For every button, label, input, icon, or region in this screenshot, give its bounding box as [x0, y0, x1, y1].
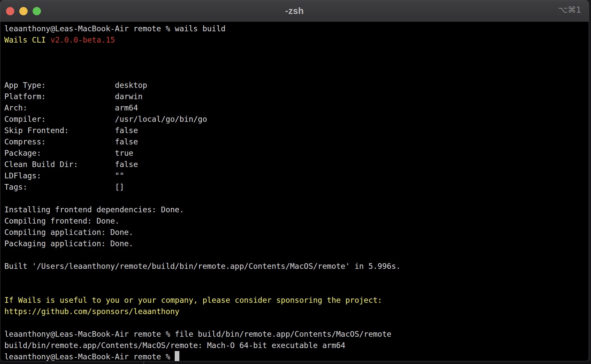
terminal-line: App Type:desktop	[4, 80, 589, 91]
config-label: LDFlags:	[4, 170, 115, 181]
config-value: false	[115, 137, 138, 146]
terminal-line: https://github.com/sponsors/leaanthony	[4, 306, 589, 317]
terminal-text-segment: leaanthony@Leas-MacBook-Air remote %	[4, 352, 175, 361]
terminal-line: Arch:arm64	[4, 102, 589, 113]
config-value: false	[115, 160, 138, 169]
terminal-line: Package:true	[4, 147, 589, 159]
terminal-text-segment: leaanthony@Leas-MacBook-Air remote % fil…	[4, 330, 391, 338]
config-label: Clean Build Dir:	[4, 159, 115, 170]
config-value: /usr/local/go/bin/go	[115, 115, 207, 123]
terminal-text-segment: leaanthony@Leas-MacBook-Air remote % wai…	[4, 24, 226, 33]
window-title: -zsh	[0, 6, 589, 16]
terminal-line	[4, 68, 589, 80]
terminal-text-segment: v2.0.0-beta.15	[50, 36, 115, 44]
terminal-window: -zsh ⌥⌘1 leaanthony@Leas-MacBook-Air rem…	[0, 0, 589, 361]
config-value: true	[115, 149, 133, 157]
config-value: darwin	[115, 92, 142, 101]
config-label: Compress:	[4, 136, 115, 147]
terminal-line: If Wails is useful to you or your compan…	[4, 294, 589, 306]
terminal-line: leaanthony@Leas-MacBook-Air remote % wai…	[4, 23, 589, 34]
terminal-line: LDFlags:""	[4, 170, 589, 181]
config-label: Package:	[4, 147, 115, 159]
config-label: Tags:	[4, 181, 115, 193]
terminal-line	[4, 57, 589, 68]
titlebar[interactable]: -zsh ⌥⌘1	[0, 0, 589, 22]
terminal-line: Built '/Users/leaanthony/remote/build/bi…	[4, 261, 589, 272]
terminal-line: Compiler:/usr/local/go/bin/go	[4, 113, 589, 125]
terminal-line: Compress:false	[4, 136, 589, 147]
config-label: App Type:	[4, 80, 115, 91]
terminal-line: leaanthony@Leas-MacBook-Air remote % fil…	[4, 328, 589, 340]
terminal-text-segment: Built '/Users/leaanthony/remote/build/bi…	[4, 262, 401, 271]
config-label: Platform:	[4, 91, 115, 102]
terminal-output[interactable]: leaanthony@Leas-MacBook-Air remote % wai…	[0, 22, 589, 361]
terminal-line: Compiling application: Done.	[4, 227, 589, 238]
terminal-text-segment: Installing frontend dependencies: Done.	[4, 205, 184, 214]
terminal-line	[4, 249, 589, 261]
terminal-line: Packaging application: Done.	[4, 238, 589, 249]
terminal-line	[4, 46, 589, 57]
config-label: Arch:	[4, 102, 115, 113]
desktop-background: { "window": { "title": "-zsh", "shortcut…	[0, 0, 591, 364]
terminal-line: build/bin/remote.app/Contents/MacOS/remo…	[4, 340, 589, 351]
terminal-text-segment: Wails CLI	[4, 36, 50, 44]
terminal-line: Installing frontend dependencies: Done.	[4, 204, 589, 215]
tab-shortcut-hint: ⌥⌘1	[558, 5, 581, 15]
terminal-text-segment: Packaging application: Done.	[4, 239, 133, 248]
config-value: ""	[115, 171, 124, 180]
terminal-line	[4, 272, 589, 283]
terminal-line	[4, 283, 589, 294]
background-window-edge	[143, 361, 144, 364]
config-label: Skip Frontend:	[4, 125, 115, 136]
terminal-line: Platform:darwin	[4, 91, 589, 102]
terminal-line: Wails CLI v2.0.0-beta.15	[4, 34, 589, 46]
terminal-text-segment: build/bin/remote.app/Contents/MacOS/remo…	[4, 341, 345, 350]
terminal-text-segment: Compiling application: Done.	[4, 228, 133, 237]
terminal-line: Tags:[]	[4, 181, 589, 193]
config-value: arm64	[115, 103, 138, 112]
terminal-line	[4, 193, 589, 204]
terminal-line: leaanthony@Leas-MacBook-Air remote %	[4, 351, 589, 361]
terminal-line: Compiling frontend: Done.	[4, 215, 589, 227]
terminal-text-segment: If Wails is useful to you or your compan…	[4, 296, 382, 304]
config-value: []	[115, 183, 124, 191]
terminal-line: Skip Frontend:false	[4, 125, 589, 136]
terminal-cursor	[175, 351, 179, 361]
terminal-text-segment: https://github.com/sponsors/leaanthony	[4, 307, 179, 316]
config-value: desktop	[115, 81, 147, 90]
config-value: false	[115, 126, 138, 135]
background-strip	[0, 361, 591, 364]
terminal-line: Clean Build Dir:false	[4, 159, 589, 170]
terminal-line	[4, 317, 589, 328]
terminal-text-segment: Compiling frontend: Done.	[4, 217, 119, 225]
config-label: Compiler:	[4, 113, 115, 125]
